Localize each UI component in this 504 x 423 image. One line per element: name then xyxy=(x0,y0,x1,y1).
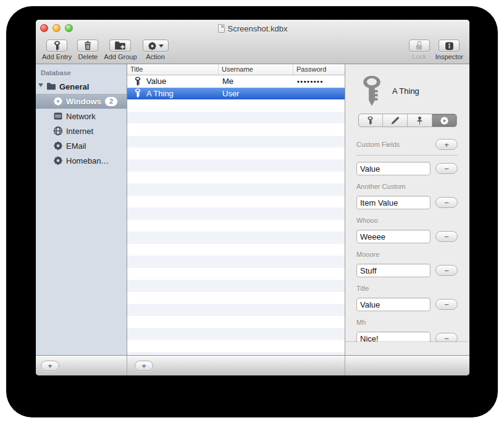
remove-custom-field-button[interactable]: − xyxy=(435,163,458,174)
sidebar-item-homebanking[interactable]: Homeban… xyxy=(36,153,127,168)
sidebar-section-header: Database xyxy=(36,68,127,79)
tab-attachments[interactable] xyxy=(407,114,432,127)
entry-table: Title Username Password Value Me •••••••… xyxy=(127,64,345,355)
add-entry-button[interactable]: Add Entry xyxy=(42,40,72,61)
info-icon xyxy=(445,41,454,51)
titlebar[interactable]: Screenshot.kdbx xyxy=(36,20,469,37)
add-group-button[interactable]: Add Group xyxy=(104,40,136,61)
cell-password: •••••••• xyxy=(293,78,345,85)
toolbar-right-group: Lock Inspector xyxy=(409,40,463,61)
tab-general[interactable] xyxy=(359,114,383,127)
custom-field-value-input[interactable] xyxy=(356,298,430,311)
gear-icon xyxy=(53,141,63,151)
custom-field-group: Another Custom − xyxy=(356,183,458,209)
inspector-label: Inspector xyxy=(435,53,463,61)
custom-field-value-input[interactable] xyxy=(356,264,430,277)
inspector-tabs xyxy=(358,114,457,127)
sidebar-item-internet[interactable]: Internet xyxy=(36,124,127,138)
custom-field-group: Mh − xyxy=(356,319,458,342)
toolbar-left-group: Add Entry Delete Add Group Action xyxy=(42,40,169,61)
gear-icon xyxy=(53,96,63,106)
sidebar-item-label: General xyxy=(59,82,89,91)
add-entry-plus-button[interactable]: + xyxy=(135,361,153,371)
custom-field-group: Title − xyxy=(356,285,458,311)
custom-field-value-input[interactable] xyxy=(356,162,430,175)
cell-title: A Thing xyxy=(146,89,174,98)
sidebar-item-network[interactable]: Network xyxy=(36,109,127,124)
gear-icon xyxy=(148,41,157,51)
gear-icon xyxy=(440,116,449,125)
key-icon xyxy=(54,41,61,51)
key-icon xyxy=(135,77,141,86)
lock-button[interactable]: Lock xyxy=(409,40,430,61)
custom-field-value-input[interactable] xyxy=(356,196,430,209)
custom-fields-title: Custom Fields xyxy=(356,141,400,148)
custom-field-label: Mh xyxy=(356,319,458,327)
sidebar-item-general[interactable]: General xyxy=(36,79,127,94)
custom-field-value-input[interactable] xyxy=(356,230,430,243)
sidebar-item-email[interactable]: EMail xyxy=(36,138,127,153)
action-label: Action xyxy=(146,53,165,61)
server-icon xyxy=(53,111,63,121)
custom-field-value-input[interactable] xyxy=(356,332,430,342)
window-title: Screenshot.kdbx xyxy=(228,24,288,33)
tab-notes[interactable] xyxy=(382,114,407,127)
remove-custom-field-button[interactable]: − xyxy=(435,265,458,276)
cell-title: Value xyxy=(146,77,166,86)
table-row-selected[interactable]: A Thing User xyxy=(127,88,345,100)
disclosure-triangle-icon[interactable] xyxy=(38,83,43,90)
add-entry-label: Add Entry xyxy=(42,53,72,61)
inspector-scroll-area[interactable]: A Thing Custom Fields + − xyxy=(345,64,469,342)
remove-custom-field-button[interactable]: − xyxy=(435,231,458,242)
gear-icon xyxy=(53,156,63,165)
title-area: Screenshot.kdbx xyxy=(36,20,469,37)
sidebar-item-label: EMail xyxy=(66,141,86,151)
tab-custom-fields[interactable] xyxy=(432,114,456,127)
column-header-username[interactable]: Username xyxy=(219,64,293,75)
action-button[interactable]: Action xyxy=(143,40,169,61)
inspector-panel: A Thing Custom Fields + − xyxy=(345,64,469,355)
folder-icon xyxy=(46,82,56,91)
remove-custom-field-button[interactable]: − xyxy=(435,197,458,208)
chevron-down-icon xyxy=(159,44,164,48)
key-icon xyxy=(361,75,382,107)
delete-button[interactable]: Delete xyxy=(77,40,98,61)
entry-title: A Thing xyxy=(392,86,419,96)
window-chrome: Screenshot.kdbx Add Entry Delete Add Gro… xyxy=(36,20,469,64)
remove-custom-field-button[interactable]: − xyxy=(435,333,458,342)
column-header-password[interactable]: Password xyxy=(293,64,345,75)
bottom-bar-inspector-section xyxy=(345,356,469,375)
add-group-plus-button[interactable]: + xyxy=(41,361,59,371)
folder-plus-icon xyxy=(114,41,126,51)
sidebar-item-label: Internet xyxy=(66,127,93,136)
custom-field-group: Mooore − xyxy=(356,251,458,277)
custom-field-label: Another Custom xyxy=(356,183,458,191)
bottom-bar-sidebar-section: + xyxy=(36,356,127,375)
table-header: Title Username Password xyxy=(127,64,345,75)
pushpin-icon xyxy=(415,116,424,125)
custom-field-group: − xyxy=(356,162,458,175)
column-header-title[interactable]: Title xyxy=(127,64,219,75)
key-icon xyxy=(366,116,375,125)
divider xyxy=(356,155,458,156)
bottom-bar: + + xyxy=(36,355,469,375)
entry-header: A Thing xyxy=(361,74,469,107)
trash-icon xyxy=(83,41,92,51)
empty-rows-area[interactable] xyxy=(127,99,345,355)
key-icon xyxy=(135,88,141,98)
padlock-open-icon xyxy=(415,41,423,51)
cell-username: Me xyxy=(219,77,293,86)
inspector-button[interactable]: Inspector xyxy=(435,40,463,61)
delete-label: Delete xyxy=(78,53,98,61)
bottom-bar-table-section: + xyxy=(127,356,345,375)
remove-custom-field-button[interactable]: − xyxy=(435,299,458,310)
custom-field-label: Whooo xyxy=(356,217,458,225)
sidebar: Database General Windows 2 Network Inter… xyxy=(36,64,127,355)
table-row[interactable]: Value Me •••••••• xyxy=(127,75,345,88)
toolbar: Add Entry Delete Add Group Action xyxy=(36,37,469,64)
cell-username: User xyxy=(219,89,293,98)
sidebar-item-windows[interactable]: Windows 2 xyxy=(36,94,127,109)
main-content: Database General Windows 2 Network Inter… xyxy=(36,64,469,355)
pencil-icon xyxy=(390,116,400,125)
add-custom-field-button[interactable]: + xyxy=(435,139,458,150)
